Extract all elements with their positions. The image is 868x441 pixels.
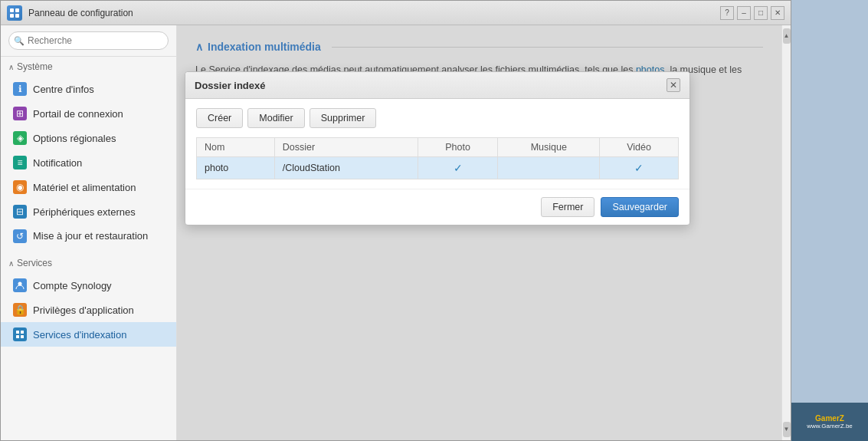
sidebar-item-peripheriques[interactable]: ⊟ Périphériques externes: [1, 199, 176, 224]
dialog-title: Dossier indexé: [195, 80, 266, 91]
titlebar: Panneau de configuration ? – □ ✕: [1, 1, 791, 25]
sidebar-item-label: Périphériques externes: [33, 206, 136, 218]
options-regionales-icon: ◈: [13, 131, 27, 145]
cell-photo: ✓: [418, 157, 498, 179]
privileges-icon: 🔒: [13, 303, 27, 317]
sidebar-item-label: Centre d'infos: [33, 84, 94, 95]
svg-rect-1: [15, 8, 19, 12]
photo-check-icon: ✓: [426, 162, 490, 174]
video-check-icon: ✓: [608, 162, 670, 174]
sidebar-item-label: Notification: [33, 157, 82, 169]
dialog-overlay: Dossier indexé ✕ Créer Modifier Supprime…: [177, 25, 781, 440]
window-controls: ? – □ ✕: [720, 6, 784, 20]
peripheriques-icon: ⊟: [13, 205, 27, 219]
content-area: ∧ Indexation multimédia Le Service d'ind…: [177, 25, 781, 440]
sidebar-item-label: Matériel et alimentation: [33, 182, 136, 193]
sidebar-item-label: Services d'indexation: [33, 329, 126, 341]
compte-synology-icon: [13, 278, 27, 292]
help-button[interactable]: ?: [720, 6, 734, 20]
minimize-button[interactable]: –: [737, 6, 751, 20]
close-button[interactable]: ✕: [771, 6, 784, 20]
table-row[interactable]: photo /CloudStation ✓ ✓: [197, 157, 679, 179]
mise-a-jour-icon: ↺: [13, 229, 27, 243]
col-dossier: Dossier: [274, 138, 418, 157]
portail-connexion-icon: ⊞: [13, 107, 27, 120]
sidebar-item-label: Options régionales: [33, 133, 116, 144]
col-video: Vidéo: [600, 138, 679, 157]
sidebar-item-label: Privilèges d'application: [33, 304, 134, 316]
dialog-body: Créer Modifier Supprimer Nom Dossier Pho…: [185, 99, 689, 189]
sidebar-item-notification[interactable]: ≡ Notification: [1, 150, 176, 175]
sidebar-section-services[interactable]: ∧ Services: [1, 253, 176, 273]
col-nom: Nom: [197, 138, 275, 157]
dialog-footer: Fermer Sauvegarder: [185, 189, 689, 225]
cell-musique: [498, 157, 600, 179]
modifier-button[interactable]: Modifier: [247, 108, 304, 128]
window-title: Panneau de configuration: [28, 8, 720, 18]
services-label: Services: [17, 258, 52, 268]
sidebar-search-area: 🔍: [1, 25, 176, 57]
sidebar-section-systeme[interactable]: ∧ Système: [1, 57, 176, 77]
sidebar-item-options-regionales[interactable]: ◈ Options régionales: [1, 126, 176, 150]
col-photo: Photo: [418, 138, 498, 157]
cell-video: ✓: [600, 157, 679, 179]
app-icon: [7, 5, 22, 21]
centre-infos-icon: ℹ: [13, 82, 27, 96]
svg-rect-3: [15, 14, 19, 18]
dialog-header: Dossier indexé ✕: [185, 72, 689, 99]
svg-rect-6: [21, 331, 24, 334]
col-musique: Musique: [498, 138, 600, 157]
sidebar-item-materiel[interactable]: ◉ Matériel et alimentation: [1, 175, 176, 199]
sidebar-item-compte-synology[interactable]: Compte Synology: [1, 273, 176, 298]
sidebar-item-services-indexation[interactable]: Services d'indexation: [1, 322, 176, 347]
sidebar-item-privileges[interactable]: 🔒 Privilèges d'application: [1, 298, 176, 322]
indexed-folder-table: Nom Dossier Photo Musique Vidéo photo: [196, 137, 679, 179]
cell-nom: photo: [197, 157, 275, 179]
watermark: GamerZ www.GamerZ.be: [791, 403, 868, 441]
svg-rect-7: [16, 335, 19, 338]
svg-rect-8: [21, 335, 24, 338]
dialog-close-button[interactable]: ✕: [667, 78, 680, 92]
search-input[interactable]: [8, 31, 169, 50]
sidebar-item-portail-connexion[interactable]: ⊞ Portail de connexion: [1, 101, 176, 126]
scrollbar-rail[interactable]: ▲ ▼: [781, 25, 791, 440]
fermer-button[interactable]: Fermer: [541, 197, 594, 217]
sidebar-item-mise-a-jour[interactable]: ↺ Mise à jour et restauration: [1, 224, 176, 248]
dossier-indexe-dialog: Dossier indexé ✕ Créer Modifier Supprime…: [185, 71, 690, 225]
scroll-up-arrow[interactable]: ▲: [783, 28, 791, 44]
dialog-toolbar: Créer Modifier Supprimer: [196, 108, 679, 128]
cell-dossier: /CloudStation: [274, 157, 418, 179]
systeme-label: Système: [17, 61, 53, 72]
services-chevron-icon: ∧: [8, 259, 14, 268]
sidebar-item-centre-infos[interactable]: ℹ Centre d'infos: [1, 77, 176, 101]
svg-rect-5: [16, 331, 19, 334]
materiel-icon: ◉: [13, 180, 27, 194]
supprimer-button[interactable]: Supprimer: [310, 108, 377, 128]
sidebar-item-label: Mise à jour et restauration: [33, 230, 148, 243]
search-icon: 🔍: [14, 36, 25, 46]
sidebar-item-label: Compte Synology: [33, 280, 112, 291]
maximize-button[interactable]: □: [754, 6, 768, 20]
svg-rect-0: [10, 8, 14, 12]
scroll-down-arrow[interactable]: ▼: [783, 422, 791, 437]
chevron-icon: ∧: [8, 63, 14, 71]
sauvegarder-button[interactable]: Sauvegarder: [601, 197, 679, 217]
sidebar-item-label: Portail de connexion: [33, 108, 123, 120]
notification-icon: ≡: [13, 156, 27, 169]
services-indexation-icon: [13, 327, 27, 341]
svg-rect-2: [10, 14, 14, 18]
sidebar: 🔍 ∧ Système ℹ Centre d'infos ⊞ Portail d…: [1, 25, 177, 440]
creer-button[interactable]: Créer: [196, 108, 243, 128]
